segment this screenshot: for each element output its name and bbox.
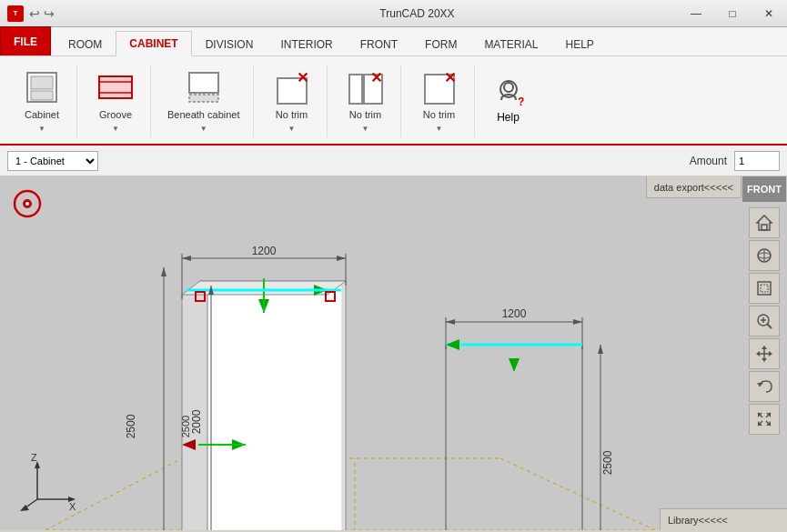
groove-btn-label: Groove [99, 109, 132, 121]
svg-marker-77 [598, 345, 603, 354]
svg-rect-92 [762, 225, 767, 230]
trim3-dropdown-arrow: ▼ [436, 125, 443, 133]
home-view-button[interactable] [749, 207, 780, 238]
svg-line-99 [767, 324, 772, 328]
cabinet-icon [24, 69, 60, 105]
svg-point-14 [504, 83, 513, 92]
svg-marker-23 [161, 267, 166, 276]
trim2-x-icon: ✕ [370, 69, 382, 86]
svg-text:2500: 2500 [125, 414, 137, 438]
expand-button[interactable] [749, 404, 780, 435]
tab-cabinet[interactable]: CABINET [116, 31, 191, 56]
svg-marker-28 [182, 286, 207, 530]
toolbar-row: 1 - Cabinet Amount [0, 146, 787, 176]
close-button[interactable]: ✕ [751, 0, 787, 27]
expand-icon [755, 410, 773, 428]
help-group: ? Help [479, 65, 539, 137]
view-controls: FRONT [742, 176, 787, 530]
svg-text:Z: Z [31, 454, 37, 463]
svg-rect-6 [189, 73, 218, 93]
maximize-button[interactable]: □ [714, 0, 751, 27]
trim1-dropdown-arrow: ▼ [288, 125, 296, 133]
axis-indicator: Z X [15, 454, 78, 516]
tab-interior[interactable]: INTERIOR [267, 31, 346, 56]
trim3-group: ✕ No trim ▼ [405, 65, 475, 137]
trim2-dropdown-arrow: ▼ [362, 125, 369, 133]
svg-marker-104 [762, 346, 767, 349]
svg-point-82 [25, 202, 29, 206]
groove-dropdown-arrow: ▼ [112, 125, 119, 133]
cabinet-button[interactable]: Cabinet ▼ [15, 68, 69, 134]
undo-icon [755, 377, 773, 396]
pan-button[interactable] [749, 338, 780, 369]
help-btn-label: Help [497, 111, 520, 124]
tab-material[interactable]: MATERIAL [470, 31, 551, 56]
undo-icon[interactable]: ↩ [29, 6, 40, 21]
zoom-fit-button[interactable] [749, 273, 780, 304]
zoom-icon [755, 312, 773, 330]
svg-rect-1 [31, 76, 53, 89]
svg-rect-2 [31, 91, 53, 100]
groove-group: Groove ▼ [81, 65, 151, 137]
trim1-x-icon: ✕ [297, 69, 308, 86]
tab-help[interactable]: HELP [552, 31, 608, 56]
svg-text:2500: 2500 [601, 450, 614, 475]
ribbon: FILE ROOM CABINET DIVISION INTERIOR FRON… [0, 27, 787, 146]
cabinet-drawing: 2500 1200 [0, 176, 742, 530]
amount-label: Amount [690, 155, 727, 167]
perspective-view-button[interactable] [749, 240, 780, 271]
trim1-group: ✕ No trim ▼ [257, 65, 328, 137]
trim3-btn-label: No trim [423, 109, 455, 121]
svg-marker-75 [509, 358, 520, 372]
svg-marker-74 [446, 339, 459, 350]
tab-front[interactable]: FRONT [347, 31, 411, 56]
ribbon-tabs: FILE ROOM CABINET DIVISION INTERIOR FRON… [0, 27, 787, 56]
trim1-icon: ✕ [274, 69, 310, 105]
svg-marker-69 [573, 319, 582, 325]
svg-rect-27 [207, 286, 342, 530]
trim2-icon: ✕ [348, 69, 384, 105]
trim1-button[interactable]: ✕ No trim ▼ [265, 68, 319, 134]
tab-room[interactable]: ROOM [55, 31, 116, 56]
library-button[interactable]: Library<<<<< [660, 508, 787, 530]
tab-file[interactable]: FILE [0, 26, 51, 55]
app-icon: T [7, 5, 24, 22]
svg-text:X: X [69, 501, 76, 512]
viewport: data export<<<<< 2500 [0, 176, 787, 530]
trim3-button[interactable]: ✕ No trim ▼ [412, 68, 467, 134]
zoom-button[interactable] [749, 306, 780, 336]
cad-area: 2500 1200 [0, 176, 742, 530]
svg-text:2000: 2000 [190, 409, 203, 434]
front-view-button[interactable]: FRONT [742, 176, 786, 202]
svg-text:1200: 1200 [502, 307, 527, 320]
title-bar: T ↩ ↪ TrunCAD 20XX — □ ✕ [0, 0, 787, 27]
tab-division[interactable]: DIVISION [192, 31, 267, 56]
cabinet-dropdown-arrow: ▼ [38, 125, 45, 133]
eye-button[interactable] [11, 187, 44, 220]
help-button[interactable]: ? Help [486, 68, 531, 134]
amount-input[interactable] [734, 151, 780, 171]
cabinet-type-select[interactable]: 1 - Cabinet [7, 151, 98, 171]
svg-marker-32 [337, 256, 346, 261]
groove-button[interactable]: Groove ▼ [88, 68, 143, 134]
beneath-button[interactable]: Beneath cabinet ▼ [162, 68, 246, 134]
svg-marker-31 [182, 256, 191, 261]
svg-line-18 [500, 458, 655, 530]
library-label: Library<<<<< [668, 515, 728, 526]
window-controls: — □ ✕ [678, 0, 787, 26]
redo-icon[interactable]: ↪ [44, 6, 55, 21]
trim2-button[interactable]: ✕ No trim ▼ [338, 68, 393, 134]
undo-view-button[interactable] [749, 371, 780, 402]
groove-icon [97, 69, 134, 105]
axis-svg: Z X [15, 454, 78, 513]
svg-rect-3 [99, 76, 132, 98]
svg-marker-68 [446, 319, 455, 325]
tab-form[interactable]: FORM [411, 31, 470, 56]
home-icon [755, 214, 773, 232]
minimize-button[interactable]: — [678, 0, 714, 27]
svg-marker-105 [762, 358, 767, 362]
svg-rect-96 [758, 282, 771, 295]
cabinet-btn-label: Cabinet [25, 109, 59, 121]
ribbon-content: Cabinet ▼ Groove ▼ [0, 56, 787, 146]
svg-rect-9 [349, 75, 362, 104]
